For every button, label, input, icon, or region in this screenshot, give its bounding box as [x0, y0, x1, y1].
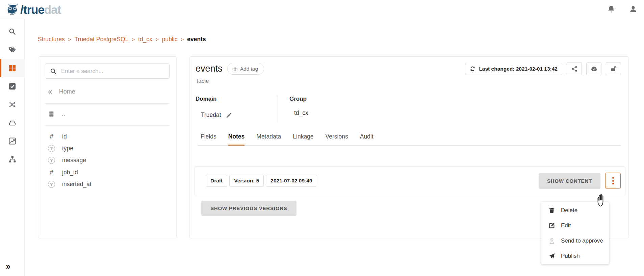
- last-changed-button[interactable]: Last changed: 2021-02-01 13:42: [465, 63, 562, 75]
- note-actions-menu: Delete Edit Send to approve Publish: [541, 202, 609, 264]
- add-tag-label: Add tag: [240, 66, 258, 72]
- home-label: Home: [59, 88, 75, 95]
- unlock-icon: [610, 66, 617, 72]
- app-header: /truedat: [0, 0, 644, 19]
- tab-notes[interactable]: Notes: [228, 133, 245, 146]
- field-row-job-id[interactable]: # job_id: [45, 166, 170, 178]
- tab-versions[interactable]: Versions: [326, 133, 348, 145]
- search-icon: [8, 28, 16, 35]
- menu-item-send-to-approve[interactable]: Send to approve: [541, 233, 609, 248]
- truedat-logo[interactable]: /truedat: [5, 2, 61, 17]
- approve-person-icon: [548, 237, 555, 244]
- tags-icon: [8, 46, 16, 54]
- menu-item-label: Send to approve: [561, 237, 603, 244]
- note-actions: SHOW CONTENT: [539, 173, 621, 189]
- share-button[interactable]: [567, 62, 582, 75]
- breadcrumb-link-structures[interactable]: Structures: [38, 36, 65, 43]
- detail-tabbar: Fields Notes Metadata Linkage Versions A…: [198, 133, 621, 146]
- breadcrumb-link-system[interactable]: Truedat PostgreSQL: [75, 36, 129, 43]
- field-row-type[interactable]: ? type: [45, 143, 170, 154]
- domain-section: Domain Truedat Group td_cx: [196, 96, 628, 123]
- tab-linkage[interactable]: Linkage: [293, 133, 313, 145]
- breadcrumb: Structures > Truedat PostgreSQL > td_cx …: [38, 36, 206, 43]
- rail-item-quality[interactable]: [0, 77, 25, 95]
- status-badge: Draft: [206, 175, 227, 187]
- menu-item-edit[interactable]: Edit: [541, 218, 609, 233]
- drive-icon: [8, 119, 16, 127]
- unlock-button[interactable]: [606, 62, 621, 75]
- menu-item-publish[interactable]: Publish: [541, 248, 609, 264]
- tree-parent-item[interactable]: ..: [48, 110, 170, 118]
- breadcrumb-separator: >: [132, 36, 135, 42]
- page-title: events: [196, 64, 223, 74]
- field-list: # id ? type ? message # job_id ? inserte…: [45, 130, 170, 190]
- last-changed-label: Last changed: 2021-02-01 13:42: [479, 66, 558, 72]
- breadcrumb-separator: >: [156, 36, 159, 42]
- breadcrumb-current: events: [187, 36, 206, 43]
- publish-plane-icon: [548, 253, 555, 259]
- parent-item-label: ..: [62, 110, 65, 118]
- refresh-icon: [470, 66, 475, 72]
- checkbox-icon: [8, 82, 16, 90]
- kebab-dot: [612, 177, 614, 179]
- show-previous-versions-button[interactable]: SHOW PREVIOUS VERSIONS: [201, 201, 297, 216]
- menu-item-label: Delete: [561, 207, 577, 214]
- group-value: td_cx: [294, 109, 308, 117]
- rail-item-taxonomy[interactable]: [0, 150, 25, 168]
- rail-item-search[interactable]: [0, 22, 25, 41]
- hash-icon: #: [48, 169, 55, 176]
- tab-fields[interactable]: Fields: [201, 133, 216, 145]
- date-badge: 2021-07-02 09:49: [266, 175, 317, 187]
- field-label: job_id: [62, 169, 78, 176]
- rail-item-dashboards[interactable]: [0, 132, 25, 150]
- search-icon: [50, 68, 57, 75]
- rail-item-tags[interactable]: [0, 41, 25, 59]
- note-version-card: Draft Version: 5 2021-07-02 09:49 SHOW C…: [194, 166, 625, 195]
- edit-pencil-icon[interactable]: [226, 112, 232, 118]
- breadcrumb-separator: >: [181, 36, 184, 42]
- user-account-icon[interactable]: [629, 5, 638, 14]
- share-icon: [571, 66, 578, 72]
- rail-item-structures[interactable]: [0, 59, 25, 77]
- tree-search-box[interactable]: [45, 64, 170, 79]
- field-label: type: [62, 145, 73, 152]
- note-more-actions-button[interactable]: [605, 173, 621, 189]
- brand-secondary: dat: [44, 3, 61, 16]
- field-label: message: [62, 157, 86, 164]
- notifications-bell-icon[interactable]: [607, 5, 616, 14]
- field-row-inserted-at[interactable]: ? inserted_at: [45, 178, 170, 190]
- vertical-divider: [278, 96, 278, 123]
- divider: [45, 103, 170, 104]
- database-icon: [48, 111, 55, 118]
- kebab-dot: [612, 180, 614, 182]
- menu-item-label: Edit: [561, 222, 571, 229]
- question-icon: ?: [48, 157, 55, 164]
- edit-icon: [548, 222, 555, 229]
- version-badge: Version: 5: [229, 175, 264, 187]
- trash-icon: [548, 207, 555, 214]
- group-column: Group td_cx: [289, 96, 308, 123]
- menu-item-label: Publish: [561, 253, 580, 259]
- add-tag-button[interactable]: + Add tag: [227, 63, 264, 75]
- field-row-id[interactable]: # id: [45, 130, 170, 143]
- title-row: events + Add tag Last changed: 2021-02-0…: [189, 57, 628, 75]
- nav-rail: »: [0, 19, 25, 276]
- expand-sidebar-chevrons[interactable]: »: [6, 262, 10, 271]
- quality-gauge-button[interactable]: [586, 62, 601, 75]
- menu-item-delete[interactable]: Delete: [541, 203, 609, 218]
- divider: [45, 125, 170, 126]
- breadcrumb-link-database[interactable]: td_cx: [138, 36, 152, 43]
- tree-search-input[interactable]: [61, 68, 164, 75]
- tab-metadata[interactable]: Metadata: [256, 133, 281, 145]
- show-content-button[interactable]: SHOW CONTENT: [539, 173, 600, 189]
- tree-home-link[interactable]: « Home: [48, 88, 170, 96]
- sitemap-icon: [8, 155, 16, 163]
- tab-audit[interactable]: Audit: [360, 133, 373, 145]
- rail-item-sources[interactable]: [0, 114, 25, 132]
- breadcrumb-link-schema[interactable]: public: [162, 36, 178, 43]
- rail-item-lineage[interactable]: [0, 95, 25, 114]
- group-header: Group: [289, 96, 308, 102]
- field-row-message[interactable]: ? message: [45, 154, 170, 166]
- question-icon: ?: [48, 181, 55, 188]
- hash-icon: #: [48, 133, 55, 140]
